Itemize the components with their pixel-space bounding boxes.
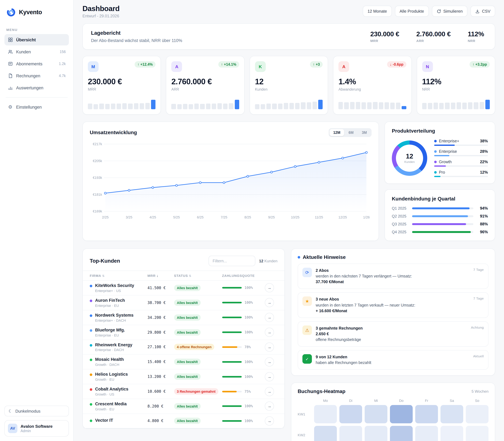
row-detail-button[interactable]: → [265, 387, 274, 396]
heatmap-cell[interactable] [466, 426, 488, 441]
row-detail-button[interactable]: → [265, 343, 274, 352]
heatmap-cell[interactable] [440, 405, 463, 424]
company-dot [90, 344, 92, 346]
heatmap-cell[interactable] [415, 405, 438, 424]
spark-bar [128, 104, 133, 109]
heatmap-cell[interactable] [365, 405, 387, 424]
quote-bar-track [222, 302, 242, 303]
kpi-delta-value: +3 [316, 63, 320, 66]
table-row[interactable]: Vector IT 4.800 € Alles bezahlt 100% → [83, 414, 284, 428]
chart-range-toggle: 12M6M3M [328, 128, 372, 137]
retention-percent: 96% [477, 230, 488, 234]
trend-arrow-icon: ↑ [221, 63, 223, 66]
chart-range-option[interactable]: 12M [329, 129, 344, 136]
sidebar-item[interactable]: Abonnements 1.2k [4, 58, 69, 69]
heatmap-cell[interactable] [415, 426, 438, 441]
quote-percent: 75% [244, 389, 251, 394]
hint-text: 9 von 12 Kundenhaben alle Rechnungen bez… [316, 354, 389, 366]
grid-icon [8, 37, 13, 43]
heatmap-cell[interactable] [314, 405, 337, 424]
customer-count-label: Kunden [264, 259, 277, 263]
retention-percent: 91% [477, 214, 488, 219]
spark-bar [200, 104, 205, 109]
table-row[interactable]: Helios Logistics Growth · EU 13.200 € Al… [83, 369, 284, 384]
heatmap-cell[interactable] [466, 405, 488, 424]
sidebar-item[interactable]: Übersicht [4, 34, 69, 46]
spark-bar [134, 103, 138, 109]
column-header-zahlungsquote[interactable]: ZAHLUNGSQUOTE [222, 274, 265, 278]
customer-filter-input[interactable] [209, 256, 255, 266]
report-stat: 112% NRR [468, 30, 484, 43]
status-badge: Alles bezahlt [174, 418, 201, 424]
period-select-button[interactable]: 12 Monate [363, 6, 392, 17]
row-detail-button[interactable]: → [265, 416, 274, 425]
heatmap-cell[interactable] [440, 426, 463, 441]
kpi-icon: M [88, 61, 99, 72]
sidebar-item[interactable]: Rechnungen 4.7k [4, 70, 69, 81]
spark-bar [439, 103, 444, 109]
table-row[interactable]: Auron FinTech Enterprise · EU 38.700 € A… [83, 296, 284, 310]
column-header-firma[interactable]: FIRMA⇅ [90, 274, 147, 278]
table-row[interactable]: Nordwerk Systems Enterprise+ · DACH 34.2… [83, 310, 284, 325]
quote-bar-fill [222, 406, 242, 407]
svg-text:€169k: €169k [93, 209, 102, 213]
product-filter-button[interactable]: Alle Produkte [395, 6, 429, 17]
sidebar-item[interactable]: Kunden 156 [4, 46, 69, 57]
svg-text:€205k: €205k [93, 159, 102, 163]
heatmap-cell[interactable] [314, 426, 337, 441]
kpi-card: N ↑ +3.2pp 112% NRR [417, 56, 495, 115]
table-row[interactable]: Blueforge Mfg. Enterprise · EU 29.800 € … [83, 325, 284, 340]
legend-item: Growth 22% [434, 160, 488, 167]
darkmode-toggle[interactable]: ☾ Dunkelmodus [4, 406, 69, 416]
row-detail-button[interactable]: → [265, 298, 274, 307]
brand-logo[interactable]: Kyvento [4, 6, 69, 21]
moon-icon: ☾ [9, 409, 13, 413]
heatmap-cell[interactable] [339, 426, 362, 441]
csv-export-button[interactable]: CSV [471, 6, 495, 17]
user-card[interactable]: AV Avalon Software Admin [4, 420, 69, 437]
row-detail-button[interactable]: → [265, 328, 274, 337]
hint-text: 2 Aboswerden in den nächsten 7 Tagen ver… [316, 268, 430, 285]
column-header-mrr[interactable]: MRR↓ [147, 274, 174, 278]
heatmap-cell[interactable] [339, 405, 362, 424]
spark-bar [289, 103, 294, 109]
table-row[interactable]: Rheinwerk Energy Enterprise · DACH 27.10… [83, 340, 284, 355]
table-row[interactable]: Cobalt Analytics Growth · US 10.600 € 3 … [83, 384, 284, 399]
chart-range-option[interactable]: 3M [358, 129, 371, 136]
column-header-status[interactable]: STATUS⇅ [174, 274, 222, 278]
spark-bar [301, 102, 305, 109]
legend-percent: 28% [480, 149, 488, 154]
report-stats: 230.000 € MRR 2.760.000 € ARR 112% NRR [370, 30, 487, 43]
row-detail-button[interactable]: → [265, 313, 274, 322]
company-dot [90, 420, 92, 422]
sidebar-item-einstellungen[interactable]: ⚙ Einstellungen [4, 101, 69, 113]
heatmap-cell[interactable] [365, 426, 387, 441]
svg-text:€193k: €193k [93, 176, 102, 180]
chart-range-option[interactable]: 6M [345, 129, 357, 136]
row-detail-button[interactable]: → [265, 402, 274, 411]
sort-icon: ⇅ [102, 274, 105, 278]
heatmap-cell[interactable] [390, 426, 413, 441]
simulate-button[interactable]: Simulieren [432, 6, 468, 17]
company-name: Mosaic Health [95, 357, 124, 362]
spark-bar [255, 104, 259, 109]
row-detail-button[interactable]: → [265, 357, 274, 366]
table-row[interactable]: KiteWorks Security Enterprise+ · US 41.5… [83, 281, 284, 296]
table-row[interactable]: Crescent Media Growth · EU 8.200 € Alles… [83, 399, 284, 414]
table-row[interactable]: Mosaic Health Growth · DACH 15.400 € All… [83, 355, 284, 369]
svg-text:8/25: 8/25 [244, 215, 251, 219]
quote-percent: 100% [244, 404, 253, 408]
company-dot [90, 285, 92, 287]
mrr-value: 34.200 € [147, 315, 174, 320]
spark-bar [295, 103, 300, 109]
row-detail-button[interactable]: → [265, 283, 274, 292]
row-detail-button[interactable]: → [265, 372, 274, 381]
mrr-value: 29.800 € [147, 330, 174, 334]
heatmap-cell[interactable] [390, 405, 413, 424]
spark-bar [307, 102, 311, 109]
company-name: Blueforge Mfg. [95, 328, 125, 333]
retention-row: Q1 2025 94% [392, 206, 488, 211]
hint-item: ⚠ 3 gemahnte Rechnungen2.650 €offene Rec… [298, 321, 488, 347]
company-meta: Enterprise · EU [95, 333, 125, 337]
sidebar-item[interactable]: Auswertungen [4, 82, 69, 94]
